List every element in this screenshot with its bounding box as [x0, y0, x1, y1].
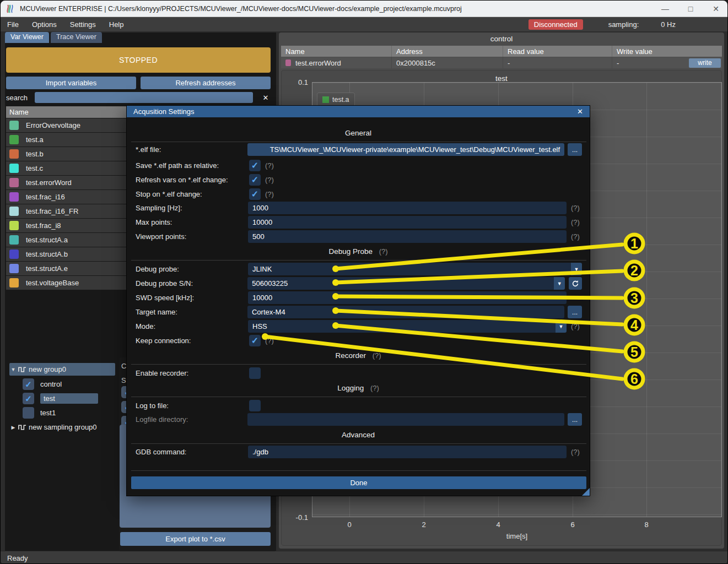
control-table-header: Name Address Read value Write value	[281, 46, 722, 57]
variable-color-swatch[interactable]	[9, 278, 19, 288]
done-button[interactable]: Done	[131, 476, 586, 489]
tree-item-test1[interactable]: test1	[23, 406, 115, 419]
variable-color-swatch[interactable]	[9, 178, 19, 187]
chevron-right-icon[interactable]: ▶	[9, 425, 17, 430]
col-name[interactable]: Name	[281, 46, 391, 57]
elf-browse-button[interactable]: ...	[568, 143, 582, 156]
tab-var-viewer[interactable]: Var Viewer	[5, 32, 49, 43]
col-read-value[interactable]: Read value	[503, 46, 612, 57]
help-icon: (?)	[571, 218, 580, 226]
status-bar: Ready	[1, 551, 728, 564]
close-icon[interactable]: ✕	[703, 1, 728, 17]
help-icon: (?)	[370, 384, 379, 392]
maximize-icon[interactable]: □	[678, 1, 703, 17]
col-address[interactable]: Address	[391, 46, 503, 57]
variable-color-swatch[interactable]	[9, 192, 19, 202]
variable-color-swatch[interactable]	[9, 135, 19, 144]
dialog-close-icon[interactable]: ✕	[577, 107, 583, 116]
variable-color-swatch[interactable]	[9, 121, 19, 130]
variable-color-swatch[interactable]	[9, 149, 19, 159]
debug-probe-row: Debug probe: JLINK	[136, 263, 582, 275]
logfile-dir-input[interactable]	[247, 413, 564, 426]
tab-trace-viewer[interactable]: Trace Viewer	[51, 32, 102, 43]
variable-color-swatch[interactable]	[9, 264, 19, 273]
x-tick: 8	[644, 520, 648, 529]
chevron-down-icon[interactable]: ▼	[9, 367, 17, 372]
keep-connection-checkbox[interactable]	[249, 335, 261, 346]
debug-probe-dropdown-icon[interactable]	[571, 263, 582, 275]
mode-dropdown-icon[interactable]	[556, 320, 567, 333]
probe-sn-dropdown-icon[interactable]	[554, 277, 565, 290]
dialog-title-bar[interactable]: Acqusition Settings ✕	[127, 106, 590, 117]
y-tick-top: 0.1	[283, 78, 308, 86]
row-read-value: -	[503, 57, 612, 68]
help-icon: (?)	[373, 351, 381, 360]
viewport-points-input[interactable]: 500	[248, 230, 567, 243]
variable-name: test.frac_i16	[26, 193, 65, 201]
section-advanced: Advanced	[127, 431, 590, 439]
elf-file-input[interactable]: TS\MCUViewer_\MCUViewer-private\example\…	[247, 143, 564, 156]
write-button[interactable]: write	[689, 58, 721, 68]
keep-connection-row: Keep connection: (?)	[136, 334, 582, 347]
variable-color-swatch[interactable]	[9, 221, 19, 230]
clear-search-icon[interactable]: ✕	[261, 92, 271, 103]
search-input[interactable]	[35, 92, 253, 103]
import-variables-button[interactable]: Import variables	[6, 77, 136, 89]
gdb-command-input[interactable]: ./gdb	[248, 446, 567, 458]
target-name-input[interactable]: Cortex-M4	[247, 306, 564, 318]
menu-settings[interactable]: Settings	[63, 17, 103, 31]
log-to-file-checkbox[interactable]	[249, 400, 261, 411]
app-logo-icon	[6, 4, 15, 14]
variable-color-swatch[interactable]	[9, 207, 19, 216]
variable-name: test.errorWord	[26, 178, 72, 187]
elf-file-value: TS\MCUViewer_\MCUViewer-private\example\…	[270, 145, 560, 154]
section-debug-probe-label: Debug Probe	[328, 247, 373, 256]
variable-name: ErrorOvervoltage	[26, 121, 80, 129]
variable-name: test.frac_i8	[26, 221, 61, 230]
variable-name: test.structA.e	[26, 264, 68, 273]
refresh-vars-checkbox[interactable]	[249, 174, 261, 186]
stopped-button[interactable]: STOPPED	[6, 47, 271, 73]
stop-on-change-checkbox[interactable]	[249, 188, 261, 200]
tree-item-control[interactable]: control	[23, 378, 115, 391]
debug-probe-select[interactable]: JLINK	[248, 263, 571, 275]
help-icon: (?)	[265, 337, 274, 345]
refresh-vars-label: Refresh vars on *.elf change:	[136, 176, 248, 184]
menu-help[interactable]: Help	[103, 17, 131, 31]
variable-color-swatch[interactable]	[9, 164, 19, 173]
variable-color-swatch	[285, 59, 291, 66]
minimize-icon[interactable]: —	[652, 1, 678, 17]
probe-sn-row: Debug probe S/N: 506003225	[136, 277, 582, 290]
test-checkbox[interactable]	[23, 393, 34, 404]
probe-sn-refresh-button[interactable]	[569, 277, 582, 290]
control-section-title: control	[279, 35, 724, 43]
tree-group-new-group0[interactable]: ▼ new group0	[9, 363, 115, 376]
target-browse-button[interactable]: ...	[568, 306, 582, 318]
enable-recorder-checkbox[interactable]	[249, 367, 261, 379]
test1-checkbox[interactable]	[23, 407, 34, 419]
sampling-input[interactable]: 1000	[248, 202, 567, 214]
table-row[interactable]: test.errorWord 0x2000815c - - write	[281, 57, 722, 68]
export-csv-button[interactable]: Export plot to *.csv	[120, 532, 271, 546]
viewport-points-row: Viewport points: 500 (?)	[136, 230, 582, 243]
refresh-vars-row: Refresh vars on *.elf change: (?)	[136, 173, 582, 186]
save-relative-checkbox[interactable]	[249, 160, 261, 171]
mode-select[interactable]: HSS	[248, 320, 556, 333]
tree-group-new-sampling-group0[interactable]: ▶ new sampling group0	[9, 421, 131, 433]
probe-sn-select[interactable]: 506003225	[247, 277, 554, 290]
refresh-addresses-button[interactable]: Refresh addresses	[141, 77, 271, 89]
control-checkbox[interactable]	[23, 378, 34, 390]
tree-item-test[interactable]: test	[23, 392, 115, 405]
max-points-input[interactable]: 10000	[248, 216, 567, 229]
variable-color-swatch[interactable]	[9, 235, 19, 245]
variable-color-swatch[interactable]	[9, 250, 19, 259]
signal-group-icon	[18, 366, 26, 373]
col-write-value[interactable]: Write value	[612, 46, 722, 57]
tree-item-label: control	[40, 380, 62, 388]
swd-speed-input[interactable]: 10000	[248, 291, 567, 304]
menu-file[interactable]: File	[1, 17, 25, 31]
resize-grip[interactable]	[582, 488, 590, 496]
x-tick: 4	[496, 520, 500, 529]
logfile-browse-button[interactable]: ...	[568, 413, 582, 426]
menu-options[interactable]: Options	[25, 17, 63, 31]
